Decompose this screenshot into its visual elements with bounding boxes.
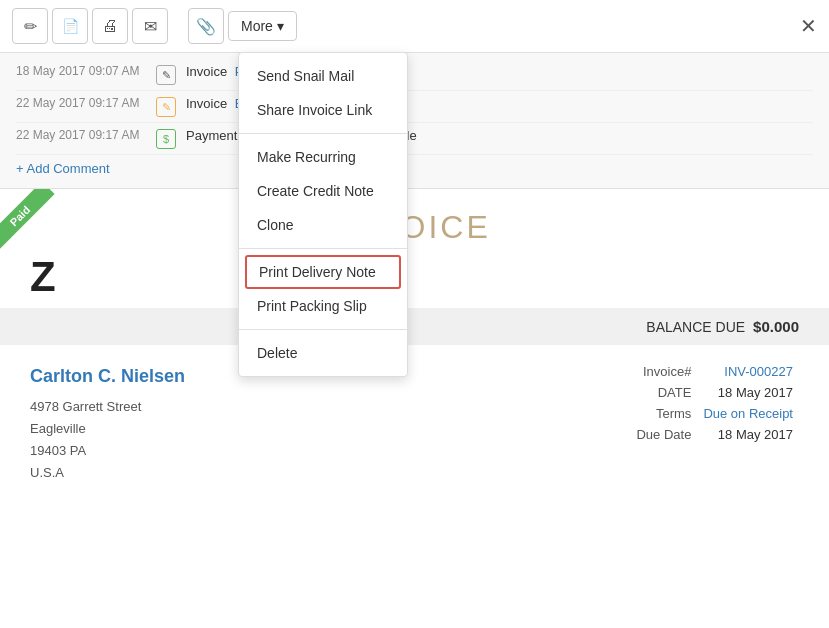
more-dropdown-menu: Send Snail Mail Share Invoice Link Make … (238, 52, 408, 377)
toolbar: ✏ 📄 🖨 ✉ 📎 More ▾ ✕ (0, 0, 829, 53)
client-address1: 4978 Garrett Street (30, 396, 185, 418)
dropdown-item-share-invoice-link[interactable]: Share Invoice Link (239, 93, 407, 127)
more-button[interactable]: More ▾ (228, 11, 297, 41)
edit-icon: ✏ (24, 17, 37, 36)
client-address2: Eagleville (30, 418, 185, 440)
activity-icon-2: $ (156, 129, 176, 149)
more-arrow-icon: ▾ (277, 18, 284, 34)
invoice-due-date-row: Due Date 18 May 2017 (630, 424, 799, 445)
email-icon: ✉ (144, 17, 157, 36)
activity-icon-1: ✎ (156, 97, 176, 117)
attach-icon: 📎 (196, 17, 216, 36)
dropdown-item-delete[interactable]: Delete (239, 336, 407, 370)
invoice-meta: Invoice# INV-000227 DATE 18 May 2017 Ter… (630, 361, 799, 484)
paid-badge: Paid (0, 189, 70, 259)
invoice-terms-value: Due on Receipt (697, 403, 799, 424)
balance-due-row: BALANCE DUE $0.000 (0, 308, 829, 345)
invoice-date-row: DATE 18 May 2017 (630, 382, 799, 403)
activity-date: 22 May 2017 09:17 AM (16, 128, 146, 142)
print-button[interactable]: 🖨 (92, 8, 128, 44)
attach-button[interactable]: 📎 (188, 8, 224, 44)
add-comment-button[interactable]: + Add Comment (16, 155, 813, 182)
dropdown-divider-1 (239, 133, 407, 134)
dropdown-item-print-delivery-note[interactable]: Print Delivery Note (245, 255, 401, 289)
dropdown-item-create-credit-note[interactable]: Create Credit Note (239, 174, 407, 208)
edit-button[interactable]: ✏ (12, 8, 48, 44)
invoice-due-date-value: 18 May 2017 (697, 424, 799, 445)
doc-icon: 📄 (62, 18, 79, 34)
dropdown-divider-2 (239, 248, 407, 249)
dropdown-item-print-packing-slip[interactable]: Print Packing Slip (239, 289, 407, 323)
activity-date: 18 May 2017 09:07 AM (16, 64, 146, 78)
client-info: Carlton C. Nielsen 4978 Garrett Street E… (30, 361, 185, 484)
paid-badge-text: Paid (0, 189, 55, 251)
invoice-terms-label: Terms (630, 403, 697, 424)
invoice-date-label: DATE (630, 382, 697, 403)
activity-row: 22 May 2017 09:17 AM ✎ Invoice Boyle (16, 91, 813, 123)
activity-section: 18 May 2017 09:07 AM ✎ Invoice Patricia … (0, 53, 829, 189)
company-logo: Z (0, 254, 829, 300)
more-label: More (241, 18, 273, 34)
client-address4: U.S.A (30, 462, 185, 484)
email-button[interactable]: ✉ (132, 8, 168, 44)
close-button[interactable]: ✕ (800, 14, 817, 38)
balance-due-label: BALANCE DUE (646, 319, 745, 335)
balance-due-amount: $0.000 (753, 318, 799, 335)
doc-button[interactable]: 📄 (52, 8, 88, 44)
print-icon: 🖨 (102, 17, 118, 35)
invoice-date-value: 18 May 2017 (697, 382, 799, 403)
client-name: Carlton C. Nielsen (30, 361, 185, 392)
dropdown-item-send-snail-mail[interactable]: Send Snail Mail (239, 59, 407, 93)
dropdown-item-make-recurring[interactable]: Make Recurring (239, 140, 407, 174)
invoice-area: Paid INVOICE Z BALANCE DUE $0.000 Carlto… (0, 189, 829, 484)
invoice-number-label: Invoice# (630, 361, 697, 382)
dropdown-divider-3 (239, 329, 407, 330)
invoice-number-value: INV-000227 (697, 361, 799, 382)
client-address3: 19403 PA (30, 440, 185, 462)
invoice-title: INVOICE (0, 189, 829, 254)
close-icon: ✕ (800, 15, 817, 37)
dropdown-item-clone[interactable]: Clone (239, 208, 407, 242)
invoice-terms-row: Terms Due on Receipt (630, 403, 799, 424)
activity-row: 22 May 2017 09:17 AM $ Payment View Deta… (16, 123, 813, 155)
activity-date: 22 May 2017 09:17 AM (16, 96, 146, 110)
activity-icon-0: ✎ (156, 65, 176, 85)
invoice-details-row: Carlton C. Nielsen 4978 Garrett Street E… (0, 345, 829, 484)
invoice-due-date-label: Due Date (630, 424, 697, 445)
activity-row: 18 May 2017 09:07 AM ✎ Invoice Patricia … (16, 59, 813, 91)
invoice-number-row: Invoice# INV-000227 (630, 361, 799, 382)
